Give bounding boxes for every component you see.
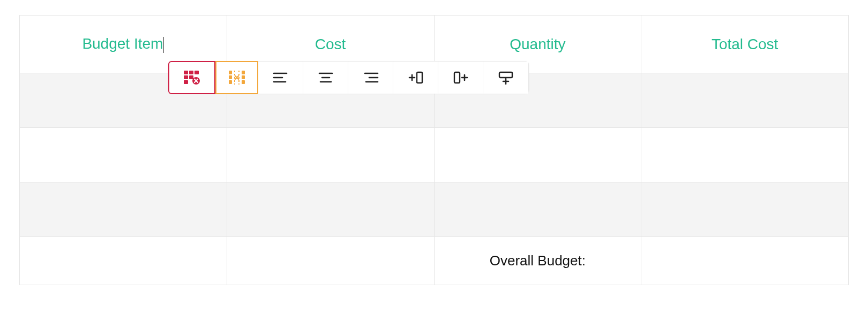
svg-rect-2 [194,71,199,74]
text-caret [163,37,164,53]
svg-rect-27 [454,72,460,83]
delete-table-button[interactable] [168,61,215,94]
delete-column-button[interactable] [215,61,258,94]
header-label: Quantity [510,36,565,52]
align-left-button[interactable] [258,62,303,94]
table-cell[interactable] [20,182,227,237]
svg-rect-12 [242,80,245,84]
table-cell[interactable] [227,182,434,237]
align-right-icon [363,72,379,83]
svg-rect-4 [189,75,193,79]
table-footer-row: Overall Budget: [20,237,849,285]
align-right-button[interactable] [348,62,393,94]
table-toolbar [168,61,529,93]
overall-budget-label: Overall Budget: [490,253,586,269]
header-label: Cost [315,36,346,52]
svg-rect-10 [242,71,245,74]
align-left-icon [273,72,289,83]
table-cell[interactable] [434,128,641,182]
align-center-button[interactable] [303,62,348,94]
budget-table: Budget Item Cost Quantity Total Cost [19,15,849,285]
insert-column-left-icon [408,71,424,85]
table-cell[interactable] [20,128,227,182]
table-cell[interactable] [641,73,849,128]
table-cell[interactable] [227,128,434,182]
column-header-total-cost[interactable]: Total Cost [641,16,849,73]
table-cell[interactable] [434,182,641,237]
svg-rect-0 [184,71,188,74]
table-cell[interactable] [227,237,434,285]
align-center-icon [318,72,334,83]
header-label: Total Cost [712,36,779,52]
table-row [20,128,849,182]
svg-rect-7 [229,71,232,74]
svg-rect-9 [229,80,232,84]
svg-rect-24 [417,72,422,83]
insert-column-right-button[interactable] [438,62,483,94]
insert-row-below-icon [498,71,514,85]
svg-rect-30 [499,72,512,78]
table-cell-overall-budget[interactable]: Overall Budget: [434,237,641,285]
table-cell[interactable] [20,237,227,285]
insert-column-right-icon [453,71,469,85]
insert-row-below-button[interactable] [483,62,528,94]
svg-rect-11 [242,75,245,79]
delete-table-icon [184,71,200,85]
svg-rect-8 [229,75,232,79]
svg-rect-5 [184,80,188,84]
insert-column-left-button[interactable] [393,62,438,94]
header-label: Budget Item [82,35,163,52]
table-cell[interactable] [641,128,849,182]
table-cell[interactable] [641,182,849,237]
svg-rect-1 [189,71,193,74]
table-cell[interactable] [641,237,849,285]
delete-column-icon [229,71,245,85]
table-row [20,182,849,237]
svg-rect-3 [184,75,188,79]
